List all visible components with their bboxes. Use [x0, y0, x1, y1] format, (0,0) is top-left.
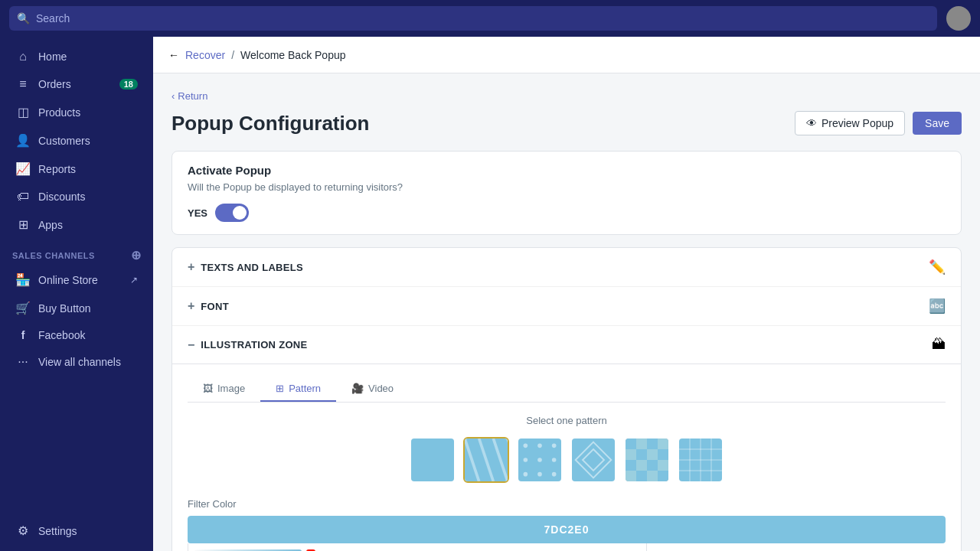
font-icon: 🔤	[929, 298, 946, 315]
texts-labels-label: TEXTS AND LABELS	[201, 262, 303, 273]
texts-labels-section[interactable]: + TEXTS AND LABELS ✏️	[172, 248, 961, 287]
svg-rect-21	[636, 439, 647, 449]
font-label: FONT	[201, 301, 229, 312]
activate-desc: Will the Popup be displayed to returning…	[188, 181, 946, 193]
sidebar-item-settings[interactable]: ⚙ Settings	[3, 517, 150, 544]
avatar[interactable]	[946, 6, 971, 31]
sidebar-item-products[interactable]: ◫ Products	[3, 99, 150, 126]
svg-rect-34	[647, 471, 658, 481]
illustration-icon: 🏔	[932, 337, 946, 353]
svg-point-7	[524, 444, 528, 448]
eye-icon: 👁	[806, 117, 817, 129]
tab-image-label: Image	[217, 383, 245, 394]
add-channel-icon[interactable]: ⊕	[131, 248, 142, 262]
page-actions: 👁 Preview Popup Save	[795, 111, 962, 135]
activate-title: Activate Popup	[188, 164, 946, 177]
tab-video-label: Video	[368, 383, 394, 394]
breadcrumb-separator: /	[231, 49, 234, 61]
sidebar-item-online-store[interactable]: 🏪 Online Store ↗	[3, 266, 150, 293]
chevron-left-icon: ‹	[172, 90, 175, 102]
svg-rect-0	[411, 439, 454, 481]
color-bar[interactable]: 7DC2E0	[188, 516, 946, 543]
svg-rect-24	[626, 449, 636, 460]
apps-icon: ⊞	[15, 217, 31, 232]
sidebar-item-apps[interactable]: ⊞ Apps	[3, 211, 150, 238]
pattern-checker[interactable]	[624, 437, 670, 483]
buy-button-icon: 🛒	[15, 301, 31, 315]
sidebar-item-label: Apps	[38, 219, 63, 231]
svg-rect-16	[572, 439, 615, 481]
facebook-icon: f	[15, 329, 31, 341]
return-link[interactable]: ‹ Return	[172, 90, 207, 102]
tab-video[interactable]: 🎥 Video	[336, 377, 409, 402]
pattern-solid[interactable]	[410, 437, 456, 483]
home-icon: ⌂	[15, 50, 31, 64]
sidebar-item-view-all[interactable]: ··· View all channels	[3, 349, 150, 375]
sidebar-item-label: Customers	[38, 135, 90, 147]
breadcrumb-current: Welcome Back Popup	[240, 49, 345, 61]
sidebar-item-customers[interactable]: 👤 Customers	[3, 127, 150, 154]
svg-rect-26	[647, 449, 658, 460]
customers-icon: 👤	[15, 133, 31, 148]
pattern-grid[interactable]	[678, 437, 724, 483]
expand-icon: +	[188, 299, 194, 313]
save-button[interactable]: Save	[913, 112, 962, 135]
activate-toggle[interactable]	[215, 204, 249, 222]
sidebar-item-label: Facebook	[38, 329, 85, 341]
sidebar-item-label: Orders	[38, 78, 71, 90]
svg-point-13	[524, 472, 528, 477]
toggle-label: YES	[188, 207, 207, 219]
pattern-diagonal[interactable]	[463, 437, 509, 483]
online-store-icon: 🏪	[15, 272, 31, 287]
expand-icon: +	[188, 260, 194, 274]
preview-label: Preview Popup	[822, 117, 893, 129]
svg-point-9	[552, 444, 557, 448]
breadcrumb-back[interactable]: Recover	[185, 49, 225, 61]
svg-point-10	[524, 458, 528, 462]
edit-icon: ✏️	[929, 259, 946, 276]
color-picker[interactable]	[188, 543, 647, 551]
sidebar-item-label: Settings	[38, 525, 77, 537]
tab-pattern[interactable]: ⊞ Pattern	[260, 377, 336, 402]
sidebar-item-orders[interactable]: ≡ Orders 18	[3, 71, 150, 97]
activate-popup-card: Activate Popup Will the Popup be display…	[172, 151, 962, 235]
preview-popup-button[interactable]: 👁 Preview Popup	[795, 111, 905, 135]
svg-rect-31	[658, 460, 668, 471]
external-link-icon: ↗	[130, 275, 138, 285]
pattern-tab-icon: ⊞	[276, 383, 284, 394]
select-pattern-label: Select one pattern	[188, 415, 946, 426]
sidebar-item-facebook[interactable]: f Facebook	[3, 323, 150, 347]
topbar: 🔍	[0, 0, 980, 37]
sidebar-item-discounts[interactable]: 🏷 Discounts	[3, 184, 150, 210]
page-title: Popup Configuration	[172, 112, 370, 135]
products-icon: ◫	[15, 105, 31, 119]
search-bar[interactable]: 🔍	[9, 6, 937, 31]
illustration-body: 🖼 Image ⊞ Pattern 🎥 Video Sele	[172, 364, 961, 551]
illustration-label: ILLUSTRATION ZONE	[201, 339, 307, 350]
tab-image[interactable]: 🖼 Image	[188, 377, 260, 402]
tab-pattern-label: Pattern	[289, 383, 321, 394]
settings-icon: ⚙	[15, 523, 31, 538]
config-card: + TEXTS AND LABELS ✏️ + FONT 🔤	[172, 247, 962, 551]
sidebar-item-home[interactable]: ⌂ Home	[3, 44, 150, 70]
page-header: Popup Configuration 👁 Preview Popup Save	[172, 111, 962, 135]
orders-icon: ≡	[15, 77, 31, 91]
sidebar-item-buy-button[interactable]: 🛒 Buy Button	[3, 295, 150, 321]
svg-point-11	[537, 458, 542, 462]
return-link-label: Return	[178, 90, 207, 102]
search-input[interactable]	[36, 12, 929, 24]
svg-rect-35	[658, 471, 668, 481]
svg-rect-32	[626, 471, 636, 481]
sidebar: ⌂ Home ≡ Orders 18 ◫ Products 👤 Customer…	[0, 37, 153, 551]
font-section[interactable]: + FONT 🔤	[172, 287, 961, 326]
patterns-row	[188, 437, 946, 483]
svg-rect-20	[626, 439, 636, 449]
illustration-zone-section[interactable]: − ILLUSTRATION ZONE 🏔	[172, 326, 961, 364]
sidebar-item-label: Home	[38, 51, 67, 63]
sidebar-item-label: View all channels	[38, 356, 121, 368]
pattern-diamond[interactable]	[570, 437, 616, 483]
svg-point-8	[537, 444, 542, 448]
main-content: ← Recover / Welcome Back Popup ‹ Return …	[153, 37, 980, 551]
pattern-dots[interactable]	[517, 437, 563, 483]
sidebar-item-reports[interactable]: 📈 Reports	[3, 155, 150, 182]
